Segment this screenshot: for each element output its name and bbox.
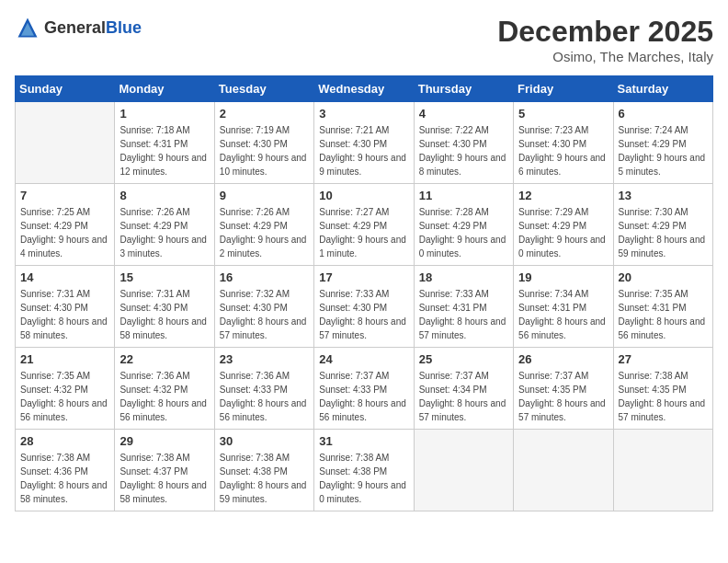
day-number: 4	[419, 107, 508, 121]
day-number: 2	[220, 107, 309, 121]
day-number: 29	[119, 434, 209, 448]
day-info: Sunrise: 7:31 AMSunset: 4:30 PMDaylight:…	[119, 287, 209, 342]
page-header: GeneralBlue December 2025 Osimo, The Mar…	[15, 15, 713, 64]
calendar-day-cell	[414, 430, 513, 511]
calendar-day-cell: 24Sunrise: 7:37 AMSunset: 4:33 PMDayligh…	[314, 348, 414, 430]
calendar-day-cell: 1Sunrise: 7:18 AMSunset: 4:31 PMDaylight…	[115, 102, 214, 184]
calendar-day-cell: 29Sunrise: 7:38 AMSunset: 4:37 PMDayligh…	[115, 430, 214, 511]
calendar-day-cell: 27Sunrise: 7:38 AMSunset: 4:35 PMDayligh…	[613, 348, 712, 430]
day-number: 15	[119, 270, 209, 284]
calendar-day-cell: 5Sunrise: 7:23 AMSunset: 4:30 PMDaylight…	[514, 102, 613, 184]
calendar-day-cell: 18Sunrise: 7:33 AMSunset: 4:31 PMDayligh…	[414, 266, 513, 348]
day-number: 16	[220, 270, 309, 284]
calendar-day-cell: 14Sunrise: 7:31 AMSunset: 4:30 PMDayligh…	[16, 266, 115, 348]
day-number: 21	[20, 352, 109, 366]
logo: GeneralBlue	[15, 15, 142, 40]
calendar-day-cell	[613, 430, 712, 511]
calendar-day-cell: 2Sunrise: 7:19 AMSunset: 4:30 PMDaylight…	[214, 102, 313, 184]
day-info: Sunrise: 7:21 AMSunset: 4:30 PMDaylight:…	[319, 123, 408, 178]
day-info: Sunrise: 7:38 AMSunset: 4:36 PMDaylight:…	[20, 451, 109, 506]
calendar-day-cell: 8Sunrise: 7:26 AMSunset: 4:29 PMDaylight…	[115, 184, 214, 266]
day-info: Sunrise: 7:26 AMSunset: 4:29 PMDaylight:…	[220, 205, 309, 260]
day-info: Sunrise: 7:26 AMSunset: 4:29 PMDaylight:…	[119, 205, 209, 260]
calendar-day-cell: 6Sunrise: 7:24 AMSunset: 4:29 PMDaylight…	[613, 102, 712, 184]
day-info: Sunrise: 7:37 AMSunset: 4:33 PMDaylight:…	[319, 369, 408, 424]
day-info: Sunrise: 7:38 AMSunset: 4:35 PMDaylight:…	[619, 369, 708, 424]
day-number: 17	[319, 270, 408, 284]
day-number: 11	[419, 189, 508, 202]
day-info: Sunrise: 7:37 AMSunset: 4:35 PMDaylight:…	[518, 369, 608, 424]
day-number: 26	[518, 352, 608, 366]
day-number: 8	[119, 189, 209, 202]
day-info: Sunrise: 7:36 AMSunset: 4:32 PMDaylight:…	[119, 369, 209, 424]
day-info: Sunrise: 7:29 AMSunset: 4:29 PMDaylight:…	[518, 205, 608, 260]
day-info: Sunrise: 7:32 AMSunset: 4:30 PMDaylight:…	[220, 287, 309, 342]
calendar-day-cell: 30Sunrise: 7:38 AMSunset: 4:38 PMDayligh…	[214, 430, 313, 511]
logo-general: General	[44, 18, 106, 37]
day-number: 31	[319, 434, 408, 448]
day-number: 3	[319, 107, 408, 121]
day-number: 25	[419, 352, 508, 366]
day-number: 19	[518, 270, 608, 284]
calendar-week-row: 7Sunrise: 7:25 AMSunset: 4:29 PMDaylight…	[16, 184, 713, 266]
calendar-day-cell: 15Sunrise: 7:31 AMSunset: 4:30 PMDayligh…	[115, 266, 214, 348]
calendar-day-cell: 28Sunrise: 7:38 AMSunset: 4:36 PMDayligh…	[16, 430, 115, 511]
weekday-header-cell: Sunday	[16, 76, 115, 102]
day-number: 7	[20, 189, 109, 202]
day-number: 30	[220, 434, 309, 448]
day-number: 12	[518, 189, 608, 202]
weekday-header-cell: Friday	[514, 76, 613, 102]
calendar-day-cell: 17Sunrise: 7:33 AMSunset: 4:30 PMDayligh…	[314, 266, 414, 348]
calendar-week-row: 21Sunrise: 7:35 AMSunset: 4:32 PMDayligh…	[16, 348, 713, 430]
weekday-header-cell: Saturday	[613, 76, 712, 102]
day-number: 14	[20, 270, 109, 284]
day-number: 27	[619, 352, 708, 366]
day-number: 9	[220, 189, 309, 202]
weekday-header-cell: Monday	[115, 76, 214, 102]
title-block: December 2025 Osimo, The Marches, Italy	[497, 15, 713, 64]
day-info: Sunrise: 7:38 AMSunset: 4:38 PMDaylight:…	[319, 451, 408, 506]
day-info: Sunrise: 7:38 AMSunset: 4:37 PMDaylight:…	[119, 451, 209, 506]
month-title: December 2025	[497, 15, 713, 49]
day-info: Sunrise: 7:27 AMSunset: 4:29 PMDaylight:…	[319, 205, 408, 260]
calendar-day-cell: 31Sunrise: 7:38 AMSunset: 4:38 PMDayligh…	[314, 430, 414, 511]
calendar-day-cell: 9Sunrise: 7:26 AMSunset: 4:29 PMDaylight…	[214, 184, 313, 266]
day-info: Sunrise: 7:33 AMSunset: 4:30 PMDaylight:…	[319, 287, 408, 342]
day-number: 24	[319, 352, 408, 366]
weekday-header-cell: Thursday	[414, 76, 513, 102]
logo-icon	[15, 15, 40, 40]
calendar-day-cell: 23Sunrise: 7:36 AMSunset: 4:33 PMDayligh…	[214, 348, 313, 430]
calendar-day-cell: 16Sunrise: 7:32 AMSunset: 4:30 PMDayligh…	[214, 266, 313, 348]
day-info: Sunrise: 7:24 AMSunset: 4:29 PMDaylight:…	[619, 123, 708, 178]
day-info: Sunrise: 7:28 AMSunset: 4:29 PMDaylight:…	[419, 205, 508, 260]
calendar-day-cell: 3Sunrise: 7:21 AMSunset: 4:30 PMDaylight…	[314, 102, 414, 184]
calendar-day-cell: 4Sunrise: 7:22 AMSunset: 4:30 PMDaylight…	[414, 102, 513, 184]
day-info: Sunrise: 7:38 AMSunset: 4:38 PMDaylight:…	[220, 451, 309, 506]
day-info: Sunrise: 7:25 AMSunset: 4:29 PMDaylight:…	[20, 205, 109, 260]
day-number: 10	[319, 189, 408, 202]
calendar-day-cell: 21Sunrise: 7:35 AMSunset: 4:32 PMDayligh…	[16, 348, 115, 430]
calendar-day-cell	[514, 430, 613, 511]
day-info: Sunrise: 7:37 AMSunset: 4:34 PMDaylight:…	[419, 369, 508, 424]
calendar-day-cell: 20Sunrise: 7:35 AMSunset: 4:31 PMDayligh…	[613, 266, 712, 348]
day-info: Sunrise: 7:36 AMSunset: 4:33 PMDaylight:…	[220, 369, 309, 424]
calendar-week-row: 28Sunrise: 7:38 AMSunset: 4:36 PMDayligh…	[16, 430, 713, 511]
day-info: Sunrise: 7:23 AMSunset: 4:30 PMDaylight:…	[518, 123, 608, 178]
calendar-table: SundayMondayTuesdayWednesdayThursdayFrid…	[15, 75, 713, 511]
day-info: Sunrise: 7:30 AMSunset: 4:29 PMDaylight:…	[619, 205, 708, 260]
day-info: Sunrise: 7:35 AMSunset: 4:31 PMDaylight:…	[619, 287, 708, 342]
calendar-day-cell: 26Sunrise: 7:37 AMSunset: 4:35 PMDayligh…	[514, 348, 613, 430]
day-number: 5	[518, 107, 608, 121]
weekday-header-cell: Tuesday	[214, 76, 313, 102]
day-info: Sunrise: 7:19 AMSunset: 4:30 PMDaylight:…	[220, 123, 309, 178]
day-info: Sunrise: 7:31 AMSunset: 4:30 PMDaylight:…	[20, 287, 109, 342]
calendar-week-row: 14Sunrise: 7:31 AMSunset: 4:30 PMDayligh…	[16, 266, 713, 348]
calendar-day-cell: 22Sunrise: 7:36 AMSunset: 4:32 PMDayligh…	[115, 348, 214, 430]
day-number: 20	[619, 270, 708, 284]
logo-blue: Blue	[106, 18, 142, 37]
calendar-day-cell: 7Sunrise: 7:25 AMSunset: 4:29 PMDaylight…	[16, 184, 115, 266]
calendar-day-cell: 19Sunrise: 7:34 AMSunset: 4:31 PMDayligh…	[514, 266, 613, 348]
day-info: Sunrise: 7:18 AMSunset: 4:31 PMDaylight:…	[119, 123, 209, 178]
location-title: Osimo, The Marches, Italy	[497, 49, 713, 64]
day-number: 13	[619, 189, 708, 202]
